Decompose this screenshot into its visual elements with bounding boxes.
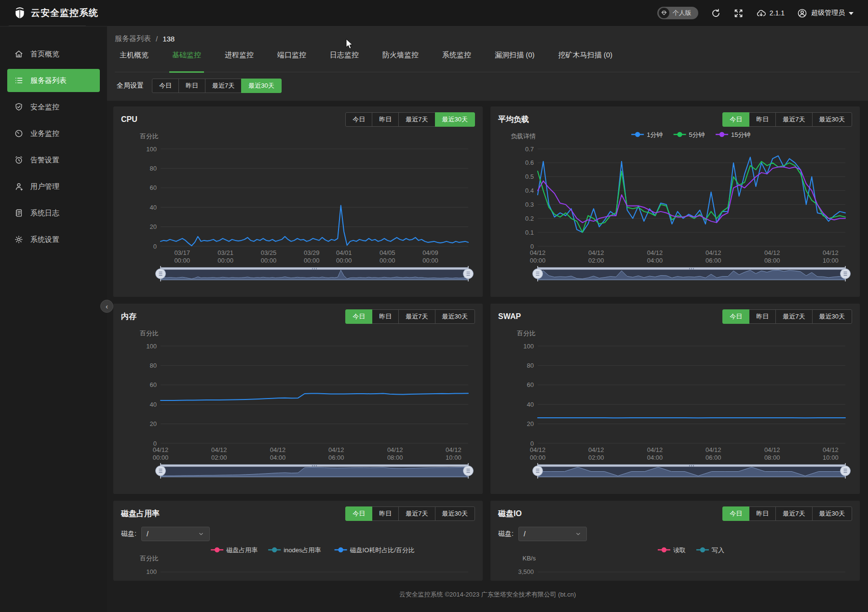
- tab-1[interactable]: 基础监控: [169, 47, 204, 73]
- refresh-icon[interactable]: [711, 8, 721, 18]
- card5-range-button-2[interactable]: 最近7天: [775, 506, 812, 521]
- swap-range-group: 今日昨日最近7天最近30天: [722, 309, 852, 324]
- svg-text:0.2: 0.2: [525, 215, 534, 222]
- card1-range-button-0[interactable]: 今日: [722, 112, 749, 127]
- card5-range-button-3[interactable]: 最近30天: [812, 506, 852, 521]
- card2-range-button-0[interactable]: 今日: [345, 309, 372, 324]
- breadcrumb-separator: /: [156, 35, 158, 43]
- y-axis: 020406080100: [523, 343, 845, 447]
- cloud-download-icon: [756, 8, 766, 18]
- sidebar-item-4[interactable]: 告警设置: [7, 148, 100, 172]
- sidebar-item-3[interactable]: 业务监控: [7, 122, 100, 145]
- chevron-down-icon: [198, 531, 204, 537]
- global-range-button-2[interactable]: 最近7天: [205, 79, 242, 93]
- logo-divider: [9, 26, 86, 26]
- card3-range-button-0[interactable]: 今日: [722, 309, 749, 324]
- tab-0[interactable]: 主机概览: [117, 47, 151, 73]
- svg-text:80: 80: [150, 165, 157, 172]
- chart-legend[interactable]: 磁盘占用率inodes占用率磁盘IO耗时占比/百分比: [211, 546, 415, 554]
- tab-6[interactable]: 系统监控: [439, 47, 474, 73]
- card4-range-button-3[interactable]: 最近30天: [435, 506, 475, 521]
- svg-text:04/1202:00: 04/1202:00: [588, 249, 604, 264]
- card0-range-button-3[interactable]: 最近30天: [435, 112, 475, 127]
- tab-8[interactable]: 挖矿木马扫描 (0): [556, 47, 616, 73]
- svg-text:04/0500:00: 04/0500:00: [380, 249, 395, 264]
- card1-range-button-2[interactable]: 最近7天: [775, 112, 812, 127]
- svg-text:3,000: 3,000: [518, 580, 534, 581]
- sidebar-item-6[interactable]: 系统日志: [7, 201, 100, 225]
- card5-range-button-0[interactable]: 今日: [722, 506, 749, 521]
- global-range-group: 今日昨日最近7天最近30天: [152, 79, 282, 93]
- card4-range-button-1[interactable]: 昨日: [372, 506, 399, 521]
- global-range-button-3[interactable]: 最近30天: [241, 79, 281, 93]
- disk-io-select[interactable]: /: [518, 527, 587, 541]
- tab-2[interactable]: 进程监控: [222, 47, 257, 73]
- fullscreen-icon[interactable]: [733, 8, 744, 18]
- svg-text:20: 20: [150, 420, 157, 427]
- card3-range-button-1[interactable]: 昨日: [749, 309, 776, 324]
- disk-usage-select[interactable]: /: [141, 527, 210, 541]
- card1-range-button-3[interactable]: 最近30天: [812, 112, 852, 127]
- y-axis-name: 百分比: [140, 330, 159, 337]
- plan-badge[interactable]: 个人版: [657, 7, 698, 19]
- card0-range-button-2[interactable]: 最近7天: [398, 112, 435, 127]
- card2-range-button-1[interactable]: 昨日: [372, 309, 399, 324]
- global-range-button-0[interactable]: 今日: [152, 79, 179, 93]
- datazoom-canvas[interactable]: [532, 266, 851, 282]
- card2-range-button-3[interactable]: 最近30天: [435, 309, 475, 324]
- svg-text:60: 60: [527, 381, 534, 388]
- datazoom-canvas[interactable]: [155, 463, 474, 479]
- svg-text:04/1200:00: 04/1200:00: [530, 446, 546, 461]
- sidebar-item-5[interactable]: 用户管理: [7, 175, 100, 198]
- svg-text:04/1210:00: 04/1210:00: [823, 249, 839, 264]
- card0-range-button-1[interactable]: 昨日: [372, 112, 399, 127]
- disk-io-chart-canvas: 读取写入KB/s3,5003,000: [498, 542, 852, 581]
- series-lines: [161, 393, 468, 400]
- tab-3[interactable]: 端口监控: [274, 47, 309, 73]
- tab-7[interactable]: 漏洞扫描 (0): [492, 47, 538, 73]
- card4-range-button-0[interactable]: 今日: [345, 506, 372, 521]
- datazoom-canvas[interactable]: [155, 266, 474, 282]
- load-datazoom-slider[interactable]: [532, 266, 852, 281]
- card3-range-button-3[interactable]: 最近30天: [812, 309, 852, 324]
- gear-icon: [14, 235, 24, 244]
- tab-5[interactable]: 防火墙监控: [380, 47, 421, 73]
- tab-4[interactable]: 日志监控: [327, 47, 362, 73]
- svg-text:04/1210:00: 04/1210:00: [446, 446, 461, 461]
- memory-datazoom-slider[interactable]: [155, 463, 475, 478]
- disk-select-label: 磁盘:: [498, 530, 514, 538]
- sidebar-item-0[interactable]: 首页概览: [7, 42, 100, 66]
- main-content: 服务器列表 / 138 主机概览基础监控进程监控端口监控日志监控防火墙监控系统监…: [107, 27, 868, 612]
- chart-legend[interactable]: 读取写入: [658, 546, 724, 554]
- x-axis: 04/1200:0004/1202:0004/1204:0004/1206:00…: [530, 249, 839, 264]
- cpu-chart-canvas: 百分比02040608010003/1700:0003/2100:0003/25…: [121, 129, 475, 265]
- card5-range-button-1[interactable]: 昨日: [749, 506, 776, 521]
- sidebar-collapse-button[interactable]: ‹: [100, 300, 113, 313]
- cpu-datazoom-slider[interactable]: [155, 266, 475, 281]
- card0-range-button-0[interactable]: 今日: [345, 112, 372, 127]
- user-menu[interactable]: 超级管理员: [797, 8, 854, 18]
- sidebar-item-7[interactable]: 系统设置: [7, 228, 100, 251]
- breadcrumb-parent[interactable]: 服务器列表: [115, 34, 151, 43]
- svg-text:40: 40: [150, 204, 157, 211]
- svg-text:04/0100:00: 04/0100:00: [336, 249, 352, 264]
- card3-range-button-2[interactable]: 最近7天: [775, 309, 812, 324]
- card1-range-button-1[interactable]: 昨日: [749, 112, 776, 127]
- chart-legend[interactable]: 1分钟5分钟15分钟: [631, 131, 750, 138]
- sidebar-item-2[interactable]: 安全监控: [7, 95, 100, 119]
- cpu-card: CPU 今日昨日最近7天最近30天 百分比02040608010003/1700…: [113, 106, 483, 297]
- svg-text:写入: 写入: [712, 546, 724, 554]
- global-range-button-1[interactable]: 昨日: [178, 79, 205, 93]
- chart-cards-grid: CPU 今日昨日最近7天最近30天 百分比02040608010003/1700…: [107, 101, 868, 581]
- load-card-title: 平均负载: [498, 115, 529, 125]
- server-list-icon: [14, 76, 24, 85]
- card2-range-button-2[interactable]: 最近7天: [398, 309, 435, 324]
- card4-range-button-2[interactable]: 最近7天: [398, 506, 435, 521]
- datazoom-canvas[interactable]: [532, 463, 851, 479]
- version-group[interactable]: 2.1.1: [756, 8, 785, 18]
- load-range-group: 今日昨日最近7天最近30天: [722, 112, 852, 127]
- swap-datazoom-slider[interactable]: [532, 463, 852, 478]
- disk-io-range-group: 今日昨日最近7天最近30天: [722, 506, 852, 521]
- sidebar-item-1[interactable]: 服务器列表: [7, 69, 100, 92]
- y-axis: 00.10.20.30.40.50.60.7: [525, 146, 845, 250]
